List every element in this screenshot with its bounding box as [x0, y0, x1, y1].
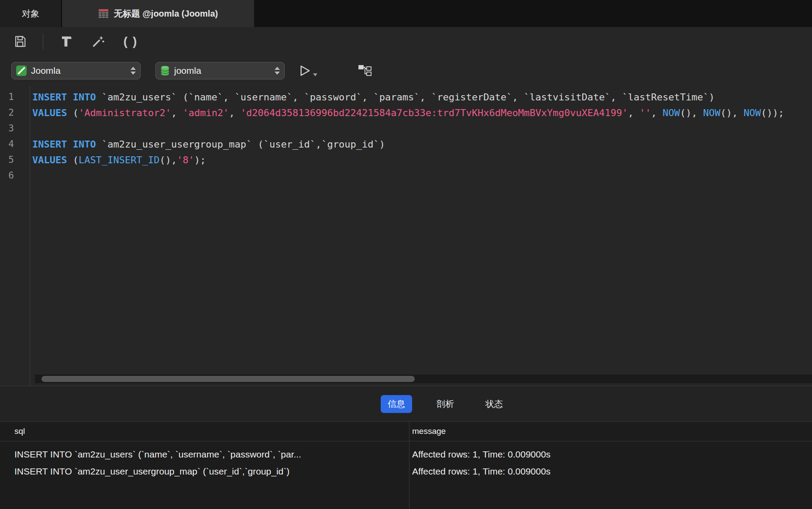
line-number: 1: [0, 92, 22, 102]
line-number: 6: [0, 170, 22, 181]
code-snippet-button[interactable]: ( ): [121, 32, 140, 51]
code-line[interactable]: 4INSERT INTO `am2zu_user_usergroup_map` …: [0, 136, 812, 152]
explain-button[interactable]: [358, 65, 372, 77]
run-dropdown-icon: [313, 72, 318, 77]
tab-objects-label: 对象: [22, 8, 39, 20]
toolbar-separator: [43, 34, 43, 49]
bottom-tab-1[interactable]: 剖析: [430, 395, 461, 413]
connection-icon: [16, 65, 27, 76]
code-text: VALUES ('Administrator2', 'admin2', 'd20…: [22, 107, 784, 118]
code-line[interactable]: 2VALUES ('Administrator2', 'admin2', 'd2…: [0, 105, 812, 120]
save-icon: [14, 35, 27, 48]
horizontal-scrollbar[interactable]: [35, 375, 812, 383]
result-tabs: 信息剖析状态: [381, 395, 510, 413]
code-text: VALUES (LAST_INSERT_ID(),'8');: [22, 155, 206, 165]
chevron-updown-icon: [275, 67, 280, 75]
line-number: 4: [0, 139, 22, 149]
line-number: 2: [0, 107, 22, 118]
parentheses-icon: ( ): [124, 34, 138, 48]
result-sql-cell: INSERT INTO `am2zu_users` (`name`, `user…: [0, 449, 409, 460]
editor-lines: 1INSERT INTO `am2zu_users` (`name`, `use…: [0, 86, 812, 183]
code-line[interactable]: 3: [0, 120, 812, 136]
run-button[interactable]: [299, 65, 318, 77]
run-icon: [299, 65, 311, 77]
results-header: sql message: [0, 421, 812, 441]
magic-wand-icon: [91, 34, 105, 48]
column-header-message: message: [409, 426, 812, 436]
bottom-tab-2[interactable]: 状态: [478, 395, 510, 413]
explain-plan-icon: [358, 65, 372, 77]
database-select-value: joomla: [174, 65, 201, 76]
result-tabs-row: 信息剖析状态: [0, 386, 812, 421]
chevron-updown-icon: [131, 67, 136, 75]
database-select[interactable]: joomla: [155, 62, 285, 79]
connection-select[interactable]: Joomla: [11, 62, 141, 79]
connection-bar: Joomla joomla: [0, 56, 812, 86]
toolbar: ( ): [0, 27, 812, 56]
line-number: 5: [0, 155, 22, 165]
database-icon: [160, 65, 170, 76]
tab-query[interactable]: 无标题 @joomla (Joomla): [62, 0, 254, 27]
tab-objects[interactable]: 对象: [0, 0, 62, 27]
result-sql-cell: INSERT INTO `am2zu_user_usergroup_map` (…: [0, 466, 409, 477]
scrollbar-thumb[interactable]: [41, 376, 415, 382]
sql-editor[interactable]: 1INSERT INTO `am2zu_users` (`name`, `use…: [0, 86, 812, 386]
window-tab-bar: 对象 无标题 @joomla (Joomla): [0, 0, 812, 27]
line-number: 3: [0, 123, 22, 134]
code-text: INSERT INTO `am2zu_users` (`name`, `user…: [22, 92, 715, 103]
hammer-icon: [59, 34, 73, 48]
table-icon: [98, 9, 109, 18]
code-text: INSERT INTO `am2zu_user_usergroup_map` (…: [22, 139, 385, 150]
tab-query-label: 无标题 @joomla (Joomla): [114, 8, 218, 20]
code-line[interactable]: 1INSERT INTO `am2zu_users` (`name`, `use…: [0, 89, 812, 105]
result-message-cell: Affected rows: 1, Time: 0.009000s: [409, 449, 812, 460]
result-message-cell: Affected rows: 1, Time: 0.009000s: [409, 466, 812, 477]
results-panel: sql message INSERT INTO `am2zu_users` (`…: [0, 421, 812, 509]
result-row[interactable]: INSERT INTO `am2zu_users` (`name`, `user…: [0, 446, 812, 463]
connection-select-value: Joomla: [31, 65, 61, 76]
result-row[interactable]: INSERT INTO `am2zu_user_usergroup_map` (…: [0, 463, 812, 480]
bottom-tab-0[interactable]: 信息: [381, 395, 412, 413]
save-button[interactable]: [10, 32, 30, 51]
column-header-sql: sql: [0, 426, 409, 436]
results-rows: INSERT INTO `am2zu_users` (`name`, `user…: [0, 441, 812, 480]
code-line[interactable]: 5VALUES (LAST_INSERT_ID(),'8');: [0, 152, 812, 168]
beautify-button[interactable]: [89, 32, 108, 51]
code-line[interactable]: 6: [0, 168, 812, 183]
format-button[interactable]: [56, 32, 76, 51]
